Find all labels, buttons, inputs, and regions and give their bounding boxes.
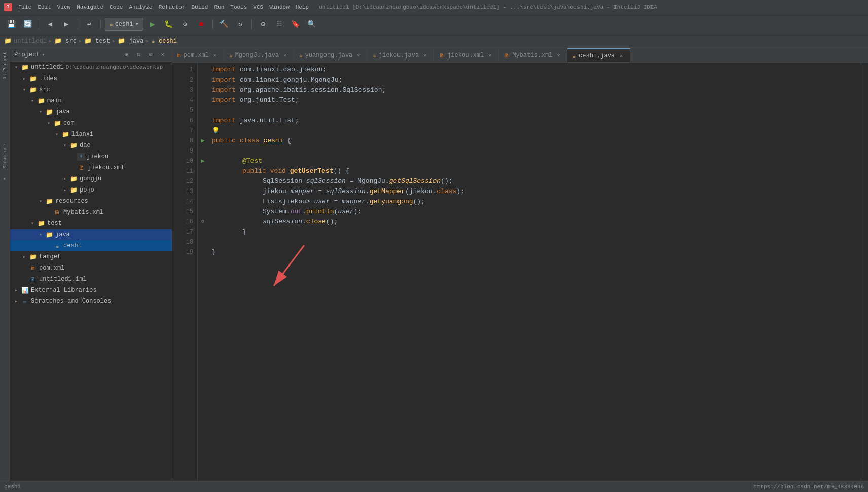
gutter-run-line-10[interactable]: ▶ bbox=[198, 156, 208, 166]
build-button[interactable]: 🔨 bbox=[217, 17, 231, 31]
tree-item-pojo[interactable]: ▸ 📁 pojo bbox=[10, 184, 172, 196]
sdk-button[interactable]: ☰ bbox=[272, 17, 286, 31]
tree-item-external-libraries[interactable]: ▸ 📊 External Libraries bbox=[10, 285, 172, 296]
menu-help[interactable]: Help bbox=[296, 4, 309, 10]
gutter-line bbox=[198, 105, 208, 116]
tree-item-idea[interactable]: ▸ 📁 .idea bbox=[10, 73, 172, 84]
tree-item-jiekou[interactable]: ▸ I jiekou bbox=[10, 151, 172, 162]
tree-item-lianxi[interactable]: ▾ 📁 lianxi bbox=[10, 129, 172, 140]
tree-item-com[interactable]: ▾ 📁 com bbox=[10, 118, 172, 129]
hide-button[interactable]: ✕ bbox=[158, 50, 168, 60]
tab-ceshi-java[interactable]: ☕ ceshi.java ✕ bbox=[567, 48, 630, 62]
run-with-coverage-button[interactable]: ⚙ bbox=[178, 17, 192, 31]
bookmark-button[interactable]: 🔖 bbox=[288, 17, 303, 31]
menu-navigate[interactable]: Navigate bbox=[77, 4, 103, 10]
tree-item-resources[interactable]: ▾ 📁 resources bbox=[10, 196, 172, 207]
breadcrumb-java[interactable]: 📁 java bbox=[118, 37, 143, 45]
tree-item-scratches[interactable]: ▸ ✏️ Scratches and Consoles bbox=[10, 296, 172, 307]
gutter-line-8[interactable]: ▶ bbox=[198, 136, 208, 146]
status-bar: ceshi https://blog.csdn.net/m0_48334096 bbox=[0, 481, 868, 492]
tab-close-button[interactable]: ✕ bbox=[486, 52, 493, 59]
code-line-1: import com.lianxi.dao.jiekou; bbox=[212, 65, 857, 75]
tab-jiekou-java[interactable]: ☕ jiekou.java ✕ bbox=[368, 48, 434, 62]
debug-button[interactable]: 🐛 bbox=[162, 17, 176, 31]
tree-item-main[interactable]: ▾ 📁 main bbox=[10, 95, 172, 106]
tree-label: src bbox=[39, 86, 50, 93]
breadcrumb-ceshi[interactable]: ☕ ceshi bbox=[152, 37, 177, 45]
tree-label: untitled1.iml bbox=[39, 276, 87, 283]
breadcrumb-src[interactable]: 📁 src bbox=[54, 37, 77, 45]
tree-item-src[interactable]: ▾ 📁 src bbox=[10, 84, 172, 95]
code-content[interactable]: import com.lianxi.dao.jiekou; import com… bbox=[208, 63, 861, 481]
breadcrumb-project[interactable]: 📁 bbox=[4, 37, 12, 45]
tree-item-gongju[interactable]: ▸ 📁 gongju bbox=[10, 173, 172, 184]
menu-run[interactable]: Run bbox=[214, 4, 224, 10]
menu-edit[interactable]: Edit bbox=[38, 4, 51, 10]
tree-item-mybatis-xml[interactable]: ▸ 🗎 Mybatis.xml bbox=[10, 207, 172, 218]
tree-item-iml[interactable]: ▸ 🗎 untitled1.iml bbox=[10, 274, 172, 285]
gutter-line bbox=[198, 146, 208, 156]
tree-item-target[interactable]: ▸ 📁 target bbox=[10, 251, 172, 262]
menu-view[interactable]: View bbox=[57, 4, 70, 10]
tree-item-pom-xml[interactable]: ▸ m pom.xml bbox=[10, 262, 172, 274]
tab-mgongju-java[interactable]: ☕ MgongJu.java ✕ bbox=[224, 48, 294, 62]
tab-close-button[interactable]: ✕ bbox=[555, 52, 562, 59]
code-line-9 bbox=[212, 146, 857, 156]
back-button[interactable]: ◀ bbox=[43, 17, 57, 31]
synchronize-button[interactable]: 🔄 bbox=[20, 17, 34, 31]
structure-tab[interactable]: Structure bbox=[2, 142, 9, 171]
tree-item-test[interactable]: ▾ 📁 test bbox=[10, 218, 172, 229]
tab-yuangong-java[interactable]: ☕ yuangong.java ✕ bbox=[294, 48, 368, 62]
tab-close-button[interactable]: ✕ bbox=[281, 52, 288, 59]
separator bbox=[39, 19, 39, 29]
tab-close-button[interactable]: ✕ bbox=[618, 52, 625, 59]
search-button[interactable]: 🔍 bbox=[305, 17, 319, 31]
settings-gear-button[interactable]: ⚙ bbox=[146, 50, 156, 60]
expand-button[interactable]: ⇅ bbox=[133, 50, 143, 60]
tree-item-main-java[interactable]: ▾ 📁 java bbox=[10, 106, 172, 118]
tab-close-button[interactable]: ✕ bbox=[421, 52, 428, 59]
menu-build[interactable]: Build bbox=[191, 4, 208, 10]
tree-item-untitled1[interactable]: ▾ 📁 untitled1 D:\ideaanzhuangbao\ideawor… bbox=[10, 62, 172, 73]
run-button[interactable]: ▶ bbox=[146, 17, 160, 31]
undo-button[interactable]: ↩ bbox=[82, 17, 96, 31]
forward-button[interactable]: ▶ bbox=[59, 17, 74, 31]
project-label: Project bbox=[14, 51, 40, 58]
tree-label: java bbox=[55, 231, 70, 238]
tree-item-dao[interactable]: ▾ 📁 dao bbox=[10, 140, 172, 151]
rebuild-button[interactable]: ↻ bbox=[233, 17, 247, 31]
folder-icon: 📁 bbox=[28, 74, 38, 83]
tree-item-ceshi[interactable]: ▸ ☕ ceshi bbox=[10, 240, 172, 251]
gutter-line bbox=[198, 85, 208, 95]
settings-button[interactable]: ⚙ bbox=[256, 17, 270, 31]
save-all-button[interactable]: 💾 bbox=[4, 17, 18, 31]
breadcrumb-test[interactable]: 📁 test bbox=[84, 37, 110, 45]
pom-icon: m bbox=[28, 263, 38, 273]
code-editor[interactable]: 1 2 3 4 5 6 7 8 9 10 11 12 13 14 15 16 1… bbox=[172, 63, 868, 481]
menu-vcs[interactable]: VCS bbox=[253, 4, 263, 10]
expand-arrow-icon: ▾ bbox=[45, 120, 53, 126]
tab-jiekou-xml[interactable]: 🗎 jiekou.xml ✕ bbox=[434, 48, 499, 62]
menu-analyze[interactable]: Analyze bbox=[129, 4, 152, 10]
menu-code[interactable]: Code bbox=[110, 4, 123, 10]
tab-mybatis-xml[interactable]: 🗎 Mybatis.xml ✕ bbox=[499, 48, 567, 62]
run-config-dropdown[interactable]: ☕ ceshi ▾ bbox=[105, 18, 143, 31]
tab-close-button[interactable]: ✕ bbox=[355, 52, 362, 59]
expand-arrow-icon: ▾ bbox=[37, 198, 45, 204]
tab-pom-xml[interactable]: m pom.xml ✕ bbox=[172, 48, 224, 62]
separator2 bbox=[78, 19, 78, 29]
java-tab-icon: ☕ bbox=[299, 52, 303, 59]
locate-button[interactable]: ⊕ bbox=[121, 50, 131, 60]
menu-file[interactable]: File bbox=[18, 4, 31, 10]
menu-window[interactable]: Window bbox=[269, 4, 290, 10]
dropdown-chevron-icon: ▾ bbox=[42, 52, 45, 58]
menu-tools[interactable]: Tools bbox=[230, 4, 247, 10]
menu-refactor[interactable]: Refactor bbox=[159, 4, 186, 10]
code-line-3: import org.apache.ibatis.session.SqlSess… bbox=[212, 85, 857, 95]
project-tab[interactable]: 1: Project bbox=[2, 50, 9, 81]
tab-close-button[interactable]: ✕ bbox=[211, 52, 219, 59]
tree-item-test-java[interactable]: ▾ 📁 java bbox=[10, 229, 172, 240]
favorites-tab[interactable]: ★ bbox=[2, 175, 9, 184]
tree-item-jiekou-xml[interactable]: ▸ 🗎 jiekou.xml bbox=[10, 162, 172, 173]
stop-button[interactable]: ■ bbox=[194, 17, 208, 31]
